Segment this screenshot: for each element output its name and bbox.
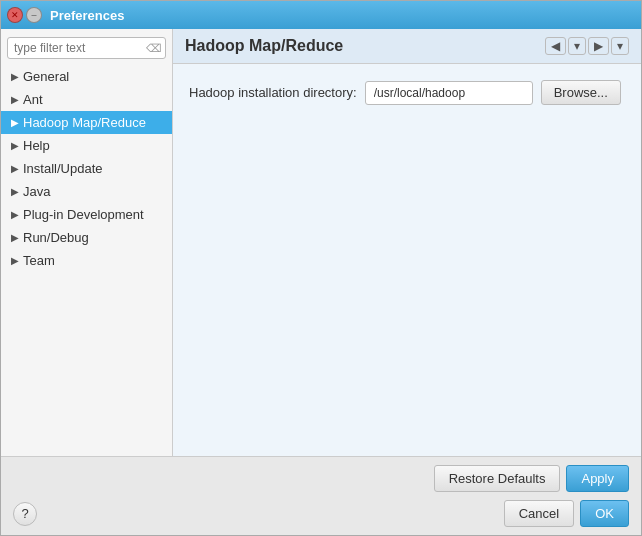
sidebar-item-plugin[interactable]: ▶ Plug-in Development: [1, 203, 172, 226]
chevron-right-icon: ▶: [11, 186, 19, 197]
chevron-right-icon: ▶: [11, 140, 19, 151]
footer-row: ? Cancel OK: [13, 500, 629, 527]
restore-defaults-button[interactable]: Restore Defaults: [434, 465, 561, 492]
action-row: Restore Defaults Apply: [13, 465, 629, 492]
sidebar-item-hadoop-label: Hadoop Map/Reduce: [23, 115, 146, 130]
cancel-button[interactable]: Cancel: [504, 500, 574, 527]
help-button[interactable]: ?: [13, 502, 37, 526]
chevron-right-icon: ▶: [11, 94, 19, 105]
panel-body: Hadoop installation directory: Browse...: [173, 64, 641, 456]
hadoop-dir-label: Hadoop installation directory:: [189, 85, 357, 100]
search-input[interactable]: [7, 37, 166, 59]
search-box: ⌫: [7, 37, 166, 59]
minimize-button[interactable]: –: [26, 7, 42, 23]
chevron-right-icon: ▶: [11, 232, 19, 243]
panel-title: Hadoop Map/Reduce: [185, 37, 343, 55]
chevron-right-icon: ▶: [11, 117, 19, 128]
hadoop-dir-input[interactable]: [365, 81, 533, 105]
sidebar-item-install-label: Install/Update: [23, 161, 103, 176]
sidebar-item-help[interactable]: ▶ Help: [1, 134, 172, 157]
chevron-right-icon: ▶: [11, 163, 19, 174]
sidebar-item-ant-label: Ant: [23, 92, 43, 107]
sidebar-item-java[interactable]: ▶ Java: [1, 180, 172, 203]
hadoop-dir-field-row: Hadoop installation directory: Browse...: [189, 80, 625, 105]
back-button[interactable]: ◀: [545, 37, 566, 55]
preferences-window: ✕ – Preferences ⌫ ▶ General ▶ Ant ▶ Hado…: [0, 0, 642, 536]
sidebar-item-install-update[interactable]: ▶ Install/Update: [1, 157, 172, 180]
search-clear-icon: ⌫: [146, 42, 162, 55]
sidebar-item-plugin-label: Plug-in Development: [23, 207, 144, 222]
sidebar: ⌫ ▶ General ▶ Ant ▶ Hadoop Map/Reduce ▶ …: [1, 29, 173, 456]
chevron-right-icon: ▶: [11, 71, 19, 82]
forward-button[interactable]: ▶: [588, 37, 609, 55]
ok-button[interactable]: OK: [580, 500, 629, 527]
sidebar-item-general[interactable]: ▶ General: [1, 65, 172, 88]
panel-header: Hadoop Map/Reduce ◀ ▾ ▶ ▾: [173, 29, 641, 64]
bottom-bar: Restore Defaults Apply ? Cancel OK: [1, 456, 641, 535]
sidebar-item-general-label: General: [23, 69, 69, 84]
sidebar-item-run-debug[interactable]: ▶ Run/Debug: [1, 226, 172, 249]
sidebar-item-hadoop[interactable]: ▶ Hadoop Map/Reduce: [1, 111, 172, 134]
browse-button[interactable]: Browse...: [541, 80, 621, 105]
title-bar: ✕ – Preferences: [1, 1, 641, 29]
close-button[interactable]: ✕: [7, 7, 23, 23]
chevron-right-icon: ▶: [11, 255, 19, 266]
back-dropdown-button[interactable]: ▾: [568, 37, 586, 55]
sidebar-item-help-label: Help: [23, 138, 50, 153]
chevron-right-icon: ▶: [11, 209, 19, 220]
apply-button[interactable]: Apply: [566, 465, 629, 492]
sidebar-item-team[interactable]: ▶ Team: [1, 249, 172, 272]
forward-dropdown-button[interactable]: ▾: [611, 37, 629, 55]
nav-arrows: ◀ ▾ ▶ ▾: [545, 37, 629, 55]
footer-buttons: Cancel OK: [504, 500, 629, 527]
main-content: ⌫ ▶ General ▶ Ant ▶ Hadoop Map/Reduce ▶ …: [1, 29, 641, 456]
window-title: Preferences: [50, 8, 124, 23]
sidebar-item-ant[interactable]: ▶ Ant: [1, 88, 172, 111]
sidebar-item-team-label: Team: [23, 253, 55, 268]
sidebar-item-run-label: Run/Debug: [23, 230, 89, 245]
sidebar-item-java-label: Java: [23, 184, 50, 199]
window-controls: ✕ –: [7, 7, 42, 23]
right-panel: Hadoop Map/Reduce ◀ ▾ ▶ ▾ Hadoop install…: [173, 29, 641, 456]
